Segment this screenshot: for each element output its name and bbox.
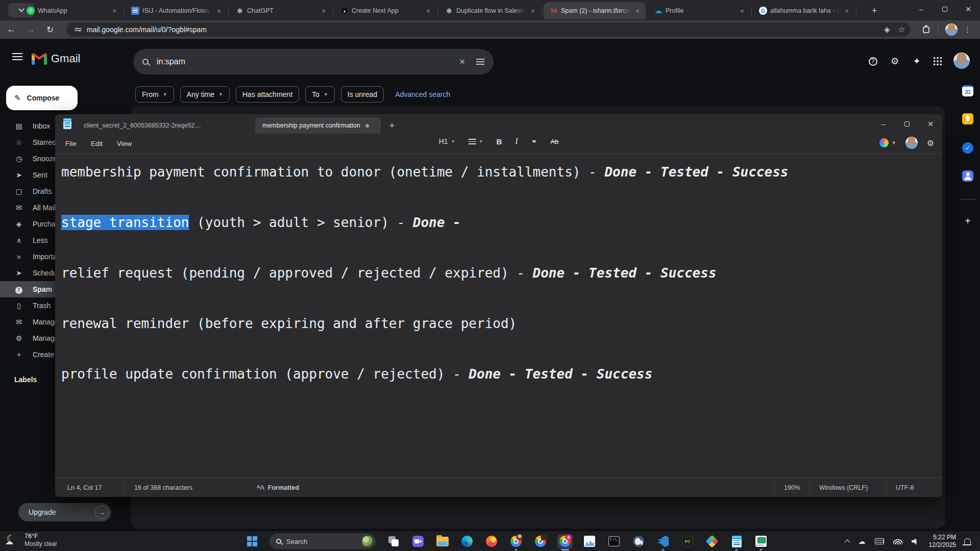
browser-menu-icon[interactable]: ⋮: [964, 25, 972, 34]
filter-chip-from[interactable]: From▼: [135, 86, 174, 103]
menu-file[interactable]: File: [58, 137, 84, 151]
onedrive-icon[interactable]: ☁: [859, 537, 866, 545]
volume-icon[interactable]: ): [912, 538, 917, 545]
tab-close-icon[interactable]: ×: [215, 7, 223, 15]
clear-formatting-button[interactable]: Ab: [550, 138, 558, 145]
filter-chip-is-unread[interactable]: Is unread: [341, 86, 384, 103]
terminal-button[interactable]: C:\_: [606, 534, 622, 548]
tab-close-icon[interactable]: ×: [424, 7, 432, 15]
search-query-text[interactable]: in:spam: [157, 57, 459, 66]
forward-button[interactable]: →: [22, 21, 39, 38]
browser-tab-next-app[interactable]: ▲ Create Next App ×: [334, 2, 436, 19]
keep-button[interactable]: [962, 113, 974, 125]
tray-expand-button[interactable]: [845, 539, 849, 544]
browser-tab-duplicate-flow[interactable]: ✻ Duplicate flow in Salesforc ×: [439, 2, 541, 19]
tab-close-icon[interactable]: ×: [843, 7, 851, 15]
browser-tab-whatsapp[interactable]: ✆ WhatsApp ×: [20, 2, 122, 19]
chat-app-button[interactable]: [410, 534, 426, 548]
document-line[interactable]: stage transition (youth > adult > senior…: [61, 210, 942, 236]
bookmark-star-icon[interactable]: ☆: [898, 25, 905, 34]
new-tab-button[interactable]: +: [868, 4, 881, 17]
back-button[interactable]: ←: [3, 21, 19, 38]
browser-profile-avatar[interactable]: [945, 23, 958, 36]
document-line[interactable]: relief request (pending / approved / rej…: [61, 261, 942, 286]
notepad-maximize-button[interactable]: [895, 114, 919, 134]
notepad-new-tab-button[interactable]: +: [386, 119, 398, 132]
tab-close-icon[interactable]: ×: [738, 7, 746, 15]
file-explorer-button[interactable]: [435, 534, 450, 548]
document-line[interactable]: [61, 236, 942, 261]
get-addons-button[interactable]: +: [962, 215, 974, 227]
tab-close-icon[interactable]: ×: [320, 7, 328, 15]
chrome-profile2-button[interactable]: [533, 534, 548, 548]
url-text[interactable]: mail.google.com/mail/u/0/?ogbl#spam: [87, 26, 876, 34]
document-line[interactable]: profile update confirmation (approve / r…: [61, 362, 942, 387]
zoom-level[interactable]: 190%: [774, 483, 810, 492]
settings-button[interactable]: ⚙: [888, 55, 901, 68]
notepad-settings-icon[interactable]: ⚙: [927, 138, 934, 148]
notifications-bell-icon[interactable]: [964, 538, 971, 544]
google-apps-grid-icon[interactable]: [931, 55, 944, 68]
notepad-minimize-button[interactable]: –: [872, 114, 895, 134]
heading-style-dropdown[interactable]: H1▼: [439, 137, 455, 145]
document-line[interactable]: membership payment confirmation to donor…: [61, 160, 942, 185]
notepad-account-avatar[interactable]: [905, 137, 918, 149]
site-settings-icon[interactable]: [75, 27, 82, 32]
search-options-icon[interactable]: [476, 59, 484, 65]
notepad-document[interactable]: membership payment confirmation to donor…: [55, 155, 942, 478]
touch-keyboard-icon[interactable]: [875, 538, 884, 544]
filter-chip-any-time[interactable]: Any time▼: [180, 86, 230, 103]
tab-close-icon[interactable]: ×: [110, 7, 118, 15]
document-line[interactable]: [61, 286, 942, 312]
taskbar-clock[interactable]: 5:22 PM 12/2/2025: [929, 534, 956, 549]
chrome-active-button[interactable]: S: [557, 534, 573, 548]
filter-chip-to[interactable]: To▼: [305, 86, 335, 103]
document-line[interactable]: [61, 185, 942, 211]
edge-button[interactable]: [459, 534, 475, 548]
tab-close-icon[interactable]: ×: [529, 7, 537, 15]
weather-widget[interactable]: ☾☁ 76°F Mostly clear: [5, 533, 57, 548]
chrome-profile1-button[interactable]: [508, 534, 524, 548]
address-bar[interactable]: mail.google.com/mail/u/0/?ogbl#spam ◈ ☆: [66, 22, 910, 37]
browser-tab-spam-active[interactable]: M Spam (2) - ishann.tforce@ ×: [544, 2, 646, 19]
filter-chip-has-attachment[interactable]: Has attachment: [236, 86, 299, 103]
gemini-sparkle-icon[interactable]: ✦: [910, 55, 923, 68]
notepad-titlebar[interactable]: client_secret_2_60053885332-2reqe52rribc…: [55, 114, 942, 134]
calendar-button[interactable]: 31: [962, 85, 974, 97]
notepad-tab-client-secret[interactable]: client_secret_2_60053885332-2reqe52rribc: [77, 117, 209, 134]
italic-button[interactable]: I: [515, 137, 518, 146]
maximize-button[interactable]: [933, 0, 957, 18]
db-tool-button[interactable]: [704, 534, 720, 548]
compose-button[interactable]: ✎ Compose: [6, 86, 78, 110]
notepad-taskbar-button[interactable]: [729, 534, 744, 548]
link-button[interactable]: ⚭: [531, 137, 537, 145]
help-button[interactable]: ?: [866, 55, 879, 68]
minimize-button[interactable]: –: [910, 0, 933, 18]
contacts-button[interactable]: [962, 170, 974, 182]
gmail-search-bar[interactable]: in:spam ×: [133, 49, 494, 74]
document-line[interactable]: [61, 337, 942, 362]
main-menu-icon[interactable]: [12, 56, 22, 57]
upgrade-button[interactable]: Upgrade →: [18, 503, 111, 521]
taskpro-button[interactable]: [753, 534, 769, 548]
photos-button[interactable]: [582, 534, 597, 548]
browser-tab-google-search[interactable]: G allahumma barik laha - Go ×: [753, 2, 855, 19]
search-icon[interactable]: [142, 59, 149, 65]
firefox-button[interactable]: [484, 534, 499, 548]
tasks-button[interactable]: ✓: [962, 142, 974, 154]
extensions-icon[interactable]: [923, 27, 929, 33]
advanced-search-link[interactable]: Advanced search: [395, 90, 450, 98]
notepad-close-button[interactable]: ✕: [919, 114, 942, 134]
reload-button[interactable]: ↻: [42, 21, 58, 38]
browser-tab-profile[interactable]: ☁ Profile ×: [648, 2, 750, 19]
bold-button[interactable]: B: [496, 137, 502, 146]
close-button[interactable]: ✕: [957, 0, 980, 18]
start-button[interactable]: [247, 536, 257, 546]
pycharm-button[interactable]: PC: [680, 534, 695, 548]
taskbar-search-box[interactable]: Search: [270, 534, 376, 549]
tab-close-icon[interactable]: ×: [633, 7, 642, 15]
list-style-dropdown[interactable]: ▼: [469, 139, 483, 144]
copilot-button[interactable]: ▼: [879, 138, 896, 147]
menu-edit[interactable]: Edit: [84, 137, 110, 151]
notepad-tab-membership-active[interactable]: membership payment confirmation: [255, 117, 381, 134]
